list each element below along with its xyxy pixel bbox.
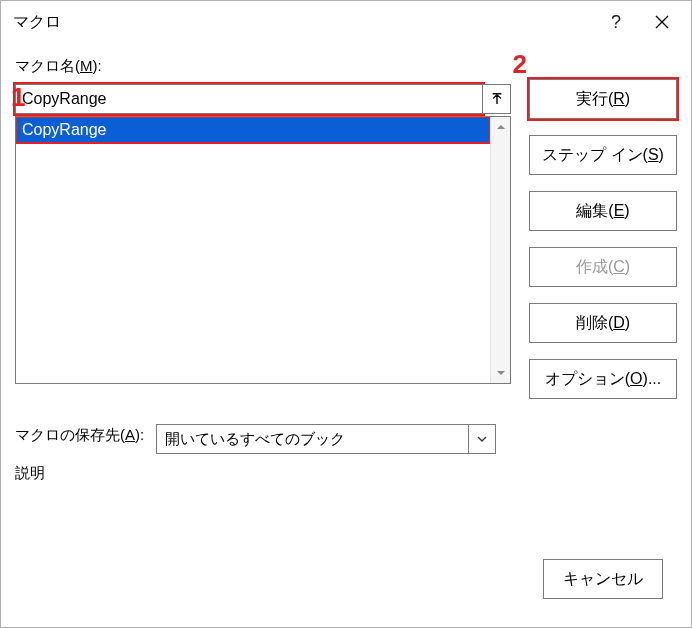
run-button[interactable]: 実行(R): [529, 79, 677, 119]
storage-label: マクロの保存先(A):: [15, 426, 144, 445]
macro-dialog: マクロ ? マクロ名(M): 1 CopyRange: [0, 0, 692, 628]
macro-name-row: 1: [15, 84, 511, 114]
list-item-label: CopyRange: [22, 121, 107, 139]
macro-location-button[interactable]: [483, 84, 511, 114]
delete-button[interactable]: 削除(D): [529, 303, 677, 343]
close-button[interactable]: [639, 7, 685, 37]
scroll-down-button[interactable]: [491, 363, 510, 383]
scroll-up-button[interactable]: [491, 117, 510, 137]
step-in-button[interactable]: ステップ イン(S): [529, 135, 677, 175]
edit-button[interactable]: 編集(E): [529, 191, 677, 231]
storage-dropdown-button[interactable]: [468, 424, 496, 454]
description-label: 説明: [15, 464, 511, 483]
macro-list[interactable]: CopyRange: [15, 116, 511, 384]
help-icon: ?: [611, 12, 621, 33]
chevron-down-icon: [496, 368, 506, 378]
upload-icon: [490, 92, 504, 106]
callout-2: 2: [513, 49, 527, 80]
help-button[interactable]: ?: [593, 7, 639, 37]
scrollbar[interactable]: [490, 117, 510, 383]
titlebar: マクロ ?: [1, 1, 691, 43]
list-item[interactable]: CopyRange: [16, 117, 490, 143]
chevron-up-icon: [496, 122, 506, 132]
chevron-down-icon: [477, 434, 487, 444]
create-button: 作成(C): [529, 247, 677, 287]
storage-combo[interactable]: [156, 424, 496, 454]
cancel-button[interactable]: キャンセル: [543, 559, 663, 599]
close-icon: [654, 14, 670, 30]
macro-name-input[interactable]: [15, 84, 483, 114]
macro-name-label: マクロ名(M):: [15, 57, 511, 76]
dialog-title: マクロ: [13, 12, 61, 33]
storage-input[interactable]: [156, 424, 468, 454]
options-button[interactable]: オプション(O)...: [529, 359, 677, 399]
